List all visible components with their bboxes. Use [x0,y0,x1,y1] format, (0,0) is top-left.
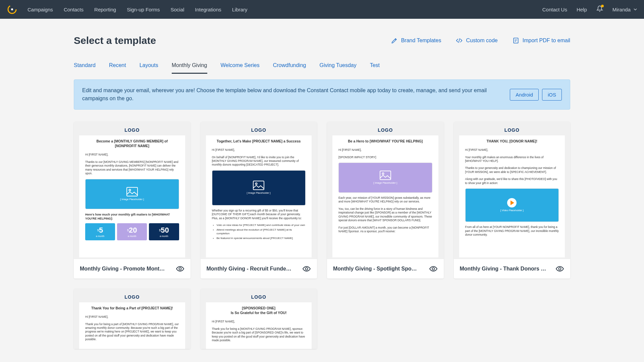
nav-contacts[interactable]: Contacts [64,7,84,12]
preview-content: LOGO Thank You for Being a Part of [PROJ… [79,292,185,349]
preview-body: For just [DOLLAR AMOUNT] a month, you ca… [338,226,432,234]
template-tabs: Standard Recent Layouts Monthly Giving W… [74,60,570,74]
list-item: Attend meetings about the evolution of [… [217,228,306,236]
preview-greeting: Hi [FIRST NAME], [85,153,179,157]
video-placeholder: [ Video Placeholder ] [465,188,559,222]
template-preview: LOGO Be a Hero to [WHO/WHAT YOU'RE HELPI… [327,122,444,259]
preview-eye-icon[interactable] [176,264,184,273]
donation-tile: $50a month [149,223,179,240]
template-preview: LOGO Together, Let's Make [PROJECT NAME]… [201,122,317,259]
preview-eye-icon[interactable] [555,264,564,273]
import-pdf-link[interactable]: Import PDF to email [513,37,570,44]
notification-dot [601,5,604,7]
list-item: Vote on new ideas for [PROJECT NAME] and… [217,224,306,227]
header-right: Contact Us Help Miranda [542,5,637,13]
preview-greeting: Hi [FIRST NAME], [465,148,559,152]
nav-library[interactable]: Library [232,7,248,12]
ios-button[interactable]: iOS [542,89,562,101]
template-preview: LOGO Become a [MONTHLY GIVING MEMBER] of… [74,122,191,259]
template-title: Monthly Giving - Recruit Funde… [207,266,291,272]
android-button[interactable]: Android [510,89,539,101]
brand-logo[interactable] [7,4,17,15]
image-icon [126,187,138,196]
tab-welcome-series[interactable]: Welcome Series [221,60,260,74]
app-header: Campaigns Contacts Reporting Sign-up For… [0,0,644,19]
template-card[interactable]: LOGO THANK YOU, [DONOR NAME]! Hi [FIRST … [454,122,571,279]
notifications-button[interactable] [596,5,603,13]
nav-social[interactable]: Social [171,7,184,12]
nav-signup-forms[interactable]: Sign-up Forms [127,7,160,12]
card-footer: Monthly Giving - Recruit Funde… [201,259,317,279]
card-footer: Monthly Giving - Thank Donors … [454,259,571,279]
preview-logo: LOGO [79,125,185,135]
placeholder-caption: [ Image Placeholder ] [247,191,271,195]
preview-content: LOGO THANK YOU, [DONOR NAME]! Hi [FIRST … [459,125,565,257]
play-icon [511,200,514,205]
preview-headline: Become a [MONTHLY GIVING MEMBER] of [NON… [85,139,179,148]
svg-point-8 [306,268,308,270]
tab-crowdfunding[interactable]: Crowdfunding [273,60,306,74]
preview-greeting: Hi [FIRST NAME], [338,148,432,152]
preview-logo: LOGO [206,125,312,135]
tab-test[interactable]: Test [370,60,380,74]
svg-point-12 [559,268,561,270]
nav-campaigns[interactable]: Campaigns [28,7,53,12]
preview-logo: LOGO [332,125,438,135]
donation-tiles: $5a month $20a month $50a month [85,223,179,240]
template-card[interactable]: LOGO Become a [MONTHLY GIVING MEMBER] of… [74,122,191,279]
template-grid-row-2: LOGO Thank You for Being a Part of [PROJ… [74,289,570,349]
tab-giving-tuesday[interactable]: Giving Tuesday [319,60,356,74]
help-link[interactable]: Help [577,7,587,12]
svg-point-7 [256,183,257,185]
preview-body: Thanks to our [MONTHLY GIVING MEMBERS] [… [85,160,179,176]
card-footer: Monthly Giving - Spotlight Spo… [327,259,444,279]
brand-templates-link[interactable]: Brand Templates [391,37,441,44]
preview-eye-icon[interactable] [429,264,438,273]
contact-us-link[interactable]: Contact Us [542,7,567,12]
tab-monthly-giving[interactable]: Monthly Giving [172,60,207,74]
brush-icon [391,37,398,44]
import-pdf-label: Import PDF to email [523,38,570,44]
preview-eye-icon[interactable] [302,264,311,273]
tab-layouts[interactable]: Layouts [140,60,158,74]
preview-headline: THANK YOU, [DONOR NAME]! [465,139,559,143]
brand-templates-label: Brand Templates [401,38,441,44]
preview-content: LOGO Be a Hero to [WHO/WHAT YOU'RE HELPI… [332,125,438,257]
svg-point-4 [129,189,130,191]
preview-greeting: Hi [FIRST NAME], [212,320,306,323]
preview-body: [SPONSOR IMPACT STORY] [338,156,432,159]
svg-rect-3 [127,187,138,196]
placeholder-caption: [ Video Placeholder ] [500,209,524,212]
svg-point-1 [11,8,13,10]
preview-content: LOGO [SPONSORED ONE]Is So Grateful for t… [206,292,312,349]
preview-headline: Be a Hero to [WHO/WHAT YOU'RE HELPING] [338,139,432,143]
template-title: Monthly Giving - Promote Mont… [80,266,165,272]
preview-body: Whether you sign up for a recurring gift… [212,209,306,220]
template-preview: LOGO Thank You for Being a Part of [PROJ… [74,289,191,349]
svg-rect-2 [514,38,518,43]
page-actions: Brand Templates Custom code Import PDF t… [391,37,570,44]
preview-logo: LOGO [459,125,565,135]
pdf-icon [513,37,519,44]
tab-standard[interactable]: Standard [74,60,96,74]
template-card[interactable]: LOGO Thank You for Being a Part of [PROJ… [74,289,191,349]
template-card[interactable]: LOGO Together, Let's Make [PROJECT NAME]… [201,122,317,279]
preview-headline: [SPONSORED ONE]Is So Grateful for the Gi… [212,306,306,315]
code-icon [456,37,463,44]
custom-code-link[interactable]: Custom code [456,37,497,44]
user-menu[interactable]: Miranda [612,7,637,12]
template-card[interactable]: LOGO Be a Hero to [WHO/WHAT YOU'RE HELPI… [327,122,444,279]
template-card[interactable]: LOGO [SPONSORED ONE]Is So Grateful for t… [201,289,317,349]
list-item: Be featured in special announcements abo… [217,237,306,240]
main-nav: Campaigns Contacts Reporting Sign-up For… [28,7,542,12]
nav-integrations[interactable]: Integrations [195,7,221,12]
image-placeholder: [ Image Placeholder ] [212,170,306,205]
image-placeholder: [ Image Placeholder ] [85,179,179,209]
banner-buttons: Android iOS [510,89,562,101]
title-row: Select a template Brand Templates Custom… [74,35,570,46]
preview-subhead: Here's how much your monthly gift matter… [85,213,179,221]
tab-recent[interactable]: Recent [109,60,126,74]
preview-body: Thank you for being a [MONTHLY GIVING PR… [212,327,306,343]
preview-body: Your monthly gift makes an enormous diff… [465,156,559,163]
nav-reporting[interactable]: Reporting [94,7,116,12]
